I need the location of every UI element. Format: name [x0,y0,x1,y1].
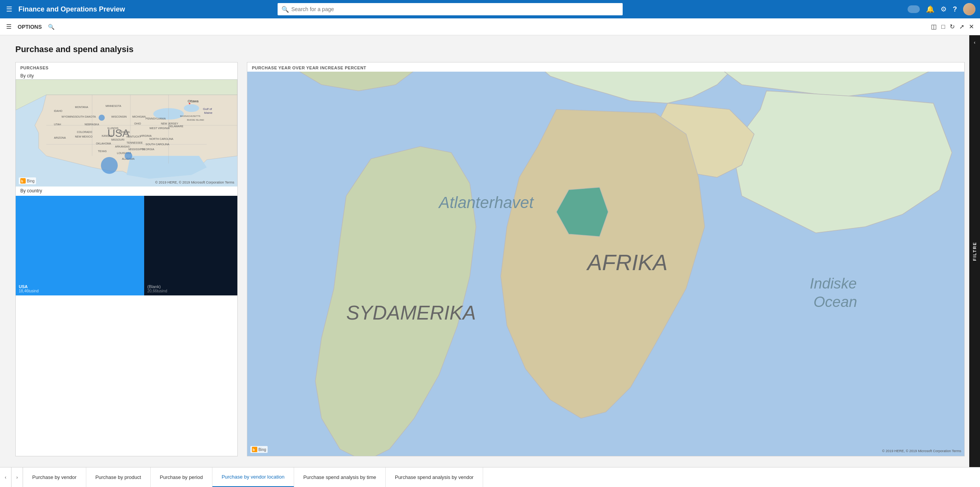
svg-text:Gulf of: Gulf of [203,107,212,111]
svg-text:IDAHO: IDAHO [54,110,63,112]
by-city-label: By city [16,72,237,79]
svg-text:KENTUCKY: KENTUCKY [127,135,141,138]
svg-text:COLORADO: COLORADO [77,131,92,133]
svg-text:NEW JERSEY: NEW JERSEY [161,122,179,125]
filter-sidebar[interactable]: ‹ FILTRE [969,35,980,467]
svg-text:b: b [253,448,255,452]
svg-text:PENNSYLVANIA: PENNSYLVANIA [146,117,166,120]
svg-text:MONTANA: MONTANA [75,106,88,108]
bing-watermark-city: b Bing [19,177,36,184]
tab-prev-button[interactable]: ‹ [0,467,12,487]
svg-text:b: b [21,179,23,183]
tab-next-button[interactable]: › [12,467,23,487]
svg-text:NORTH CAROLINA: NORTH CAROLINA [150,138,174,140]
svg-point-43 [189,103,190,104]
dashboard-area: PURCHASES By city [15,62,965,456]
svg-text:ARIZONA: ARIZONA [54,136,66,139]
yoy-header: PURCHASE YEAR OVER YEAR INCREASE PERCENT [247,62,964,72]
copyright-world: © 2019 HERE, © 2019 Microsoft Corporatio… [882,449,961,453]
tab-purchase-spend-by-vendor[interactable]: Purchase spend analysis by vendor [386,467,483,487]
svg-text:Indiske: Indiske [810,275,857,292]
svg-text:TENNESSEE: TENNESSEE [127,141,143,144]
grid-view-icon[interactable]: ◫ [931,23,937,30]
tab-purchase-by-vendor[interactable]: Purchase by vendor [23,467,86,487]
svg-text:MINNESOTA: MINNESOTA [105,105,121,107]
svg-text:SOUTH DAKOTA: SOUTH DAKOTA [75,115,96,118]
svg-point-46 [99,115,105,121]
treemap-usa[interactable]: USA 18,46tusind [16,196,144,295]
purchases-panel: PURCHASES By city [15,62,238,456]
search-input[interactable] [291,6,619,12]
main-content: Purchase and spend analysis PURCHASES By… [0,35,980,467]
menu-toggle-icon[interactable]: ☰ [6,23,12,30]
svg-text:Ocean: Ocean [814,294,857,310]
svg-text:WISCONSIN: WISCONSIN [111,115,127,118]
top-nav: ☰ Finance and Operations Preview 🔍 🔔 ⚙ ? [0,0,980,18]
svg-text:NEBRASKA: NEBRASKA [84,123,99,126]
svg-text:TEXAS: TEXAS [98,150,107,152]
svg-text:SOUTH CAROLINA: SOUTH CAROLINA [146,143,169,146]
settings-icon[interactable]: ⚙ [941,5,947,13]
svg-text:INDIANA: INDIANA [119,131,130,133]
app-title: Finance and Operations Preview [18,5,125,13]
usa-map-svg: USA IDAHO MONTANA MINNESOTA WYOMING SOUT… [16,79,237,187]
search-icon: 🔍 [281,6,289,13]
svg-text:OKLAHOMA: OKLAHOMA [96,142,111,145]
help-icon[interactable]: ? [953,5,957,13]
treemap-usa-label: USA [19,284,141,289]
usa-map-container: USA IDAHO MONTANA MINNESOTA WYOMING SOUT… [16,79,237,187]
svg-text:Atlanterhavet: Atlanterhavet [438,193,534,212]
copyright-city: © 2019 HERE, © 2019 Microsoft Corporatio… [155,180,234,184]
tab-purchase-spend-by-time[interactable]: Purchase spend analysis by time [294,467,386,487]
hamburger-menu[interactable]: ☰ [5,3,14,15]
tab-purchase-by-product[interactable]: Purchase by product [86,467,151,487]
world-map-container: EUROPA ASIEN AFRIKA SYDAMERIKA Atlanterh… [247,72,964,456]
svg-text:ARKANSAS: ARKANSAS [115,145,130,148]
avatar[interactable] [963,3,975,15]
svg-text:GEORGIA: GEORGIA [142,148,155,151]
svg-text:MICHIGAN: MICHIGAN [132,115,146,118]
svg-text:VIRGINIA: VIRGINIA [140,134,152,137]
bing-watermark-world: b Bing [250,446,268,453]
by-city-section: By city [16,72,237,187]
yoy-panel: PURCHASE YEAR OVER YEAR INCREASE PERCENT [247,62,965,456]
svg-text:OHIO: OHIO [134,122,141,125]
treemap-blank-label: (Blank) [147,284,234,289]
svg-text:ILLINOIS: ILLINOIS [107,127,118,130]
search-bar: 🔍 [278,3,623,15]
secondary-nav: ☰ OPTIONS 🔍 ◫ □ ↻ ➚ ✕ [0,18,980,35]
office-icon[interactable]: □ [941,23,945,30]
close-icon[interactable]: ✕ [969,23,974,30]
secondary-search-icon[interactable]: 🔍 [48,24,54,30]
refresh-icon[interactable]: ↻ [950,23,955,30]
svg-point-47 [125,152,132,160]
svg-text:AFRIKA: AFRIKA [586,250,668,275]
by-country-label: By country [16,187,237,194]
notification-icon[interactable]: 🔔 [926,5,934,13]
nav-icons: 🔔 ⚙ ? [908,3,975,15]
tab-purchase-by-period[interactable]: Purchase by period [151,467,212,487]
tab-purchase-by-vendor-location[interactable]: Purchase by vendor location [212,467,294,487]
svg-text:WYOMING: WYOMING [62,115,75,118]
treemap-container: USA 18,46tusind (Blank) 20,66tusind [16,196,237,295]
purchases-header: PURCHASES [16,62,237,72]
expand-icon[interactable]: ➚ [959,23,964,30]
options-label: OPTIONS [18,24,42,30]
svg-point-48 [101,157,118,174]
svg-text:KANSAS: KANSAS [102,134,113,137]
svg-text:WEST VIRGINIA: WEST VIRGINIA [150,127,170,130]
svg-text:DELAWARE: DELAWARE [169,125,184,128]
svg-text:RHODE ISLAND: RHODE ISLAND [187,119,204,121]
svg-text:Maine: Maine [204,111,212,115]
svg-text:Ottawa: Ottawa [187,99,198,103]
svg-text:MASSACHUSETTS: MASSACHUSETTS [180,115,201,117]
svg-text:UTAH: UTAH [54,123,61,126]
cloud-icon [908,5,920,13]
filter-arrow-icon: ‹ [974,40,975,45]
treemap-blank[interactable]: (Blank) 20,66tusind [144,196,237,295]
by-country-section: By country USA 18,46tusind (Blank) 20,66… [16,187,237,456]
filter-label: FILTRE [972,242,977,261]
bottom-tabs: ‹ › Purchase by vendor Purchase by produ… [0,467,980,487]
page-title: Purchase and spend analysis [15,44,965,54]
treemap-blank-value: 20,66tusind [147,289,234,293]
